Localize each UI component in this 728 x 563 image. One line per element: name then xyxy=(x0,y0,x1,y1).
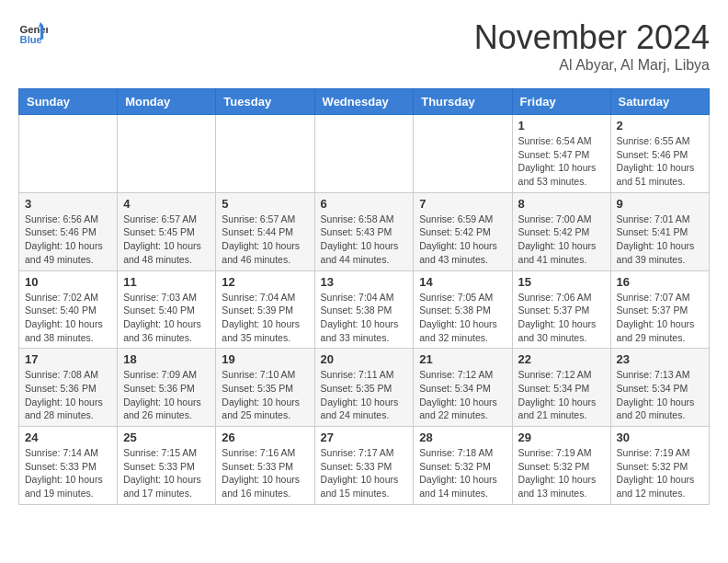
weekday-header: Friday xyxy=(512,89,610,115)
calendar-week-row: 3Sunrise: 6:56 AMSunset: 5:46 PMDaylight… xyxy=(19,192,710,270)
calendar-cell: 10Sunrise: 7:02 AMSunset: 5:40 PMDayligh… xyxy=(19,270,118,349)
day-number: 24 xyxy=(25,431,111,444)
day-info: Sunrise: 7:10 AMSunset: 5:35 PMDaylight:… xyxy=(222,368,308,422)
day-number: 30 xyxy=(617,431,703,444)
day-number: 3 xyxy=(25,197,111,211)
day-info: Sunrise: 6:57 AMSunset: 5:45 PMDaylight:… xyxy=(123,213,210,267)
day-info: Sunrise: 7:08 AMSunset: 5:36 PMDaylight:… xyxy=(25,368,111,422)
calendar-cell: 6Sunrise: 6:58 AMSunset: 5:43 PMDaylight… xyxy=(314,192,414,270)
calendar-week-row: 17Sunrise: 7:08 AMSunset: 5:36 PMDayligh… xyxy=(19,349,710,427)
day-number: 23 xyxy=(617,352,703,366)
day-number: 12 xyxy=(222,275,308,289)
day-number: 5 xyxy=(222,197,308,211)
day-info: Sunrise: 7:09 AMSunset: 5:36 PMDaylight:… xyxy=(123,368,210,422)
day-number: 27 xyxy=(321,431,408,444)
calendar-cell: 13Sunrise: 7:04 AMSunset: 5:38 PMDayligh… xyxy=(314,270,414,349)
day-info: Sunrise: 7:12 AMSunset: 5:34 PMDaylight:… xyxy=(518,368,605,422)
day-number: 6 xyxy=(321,197,408,211)
calendar-cell: 24Sunrise: 7:14 AMSunset: 5:33 PMDayligh… xyxy=(19,427,118,505)
day-number: 28 xyxy=(419,431,506,444)
calendar-cell: 19Sunrise: 7:10 AMSunset: 5:35 PMDayligh… xyxy=(216,349,314,427)
day-info: Sunrise: 7:04 AMSunset: 5:39 PMDaylight:… xyxy=(222,291,308,345)
day-info: Sunrise: 7:13 AMSunset: 5:34 PMDaylight:… xyxy=(617,368,703,422)
weekday-header: Saturday xyxy=(610,89,709,115)
day-number: 19 xyxy=(222,352,308,366)
calendar-week-row: 1Sunrise: 6:54 AMSunset: 5:47 PMDaylight… xyxy=(19,115,710,193)
weekday-header: Monday xyxy=(118,89,216,115)
logo-icon: General Blue xyxy=(18,18,48,48)
day-info: Sunrise: 6:58 AMSunset: 5:43 PMDaylight:… xyxy=(321,213,408,267)
day-number: 22 xyxy=(518,352,605,366)
calendar-cell xyxy=(118,115,216,193)
page-header: General Blue November 2024 Al Abyar, Al … xyxy=(18,18,710,74)
day-number: 13 xyxy=(321,275,408,289)
calendar-cell xyxy=(216,115,314,193)
calendar-header-row: SundayMondayTuesdayWednesdayThursdayFrid… xyxy=(19,89,710,115)
calendar-cell: 28Sunrise: 7:18 AMSunset: 5:32 PMDayligh… xyxy=(414,427,512,505)
day-info: Sunrise: 6:54 AMSunset: 5:47 PMDaylight:… xyxy=(518,134,605,189)
day-info: Sunrise: 7:19 AMSunset: 5:32 PMDaylight:… xyxy=(617,446,703,500)
calendar-cell: 9Sunrise: 7:01 AMSunset: 5:41 PMDaylight… xyxy=(610,192,709,270)
day-number: 16 xyxy=(617,275,703,289)
day-info: Sunrise: 7:11 AMSunset: 5:35 PMDaylight:… xyxy=(321,368,408,422)
calendar-cell: 17Sunrise: 7:08 AMSunset: 5:36 PMDayligh… xyxy=(19,349,118,427)
calendar-cell: 5Sunrise: 6:57 AMSunset: 5:44 PMDaylight… xyxy=(216,192,314,270)
day-number: 10 xyxy=(25,275,111,289)
day-info: Sunrise: 7:05 AMSunset: 5:38 PMDaylight:… xyxy=(419,291,506,345)
logo: General Blue xyxy=(18,18,48,48)
day-info: Sunrise: 6:57 AMSunset: 5:44 PMDaylight:… xyxy=(222,213,308,267)
calendar-table: SundayMondayTuesdayWednesdayThursdayFrid… xyxy=(18,88,710,505)
location: Al Abyar, Al Marj, Libya xyxy=(474,57,710,74)
calendar-cell: 8Sunrise: 7:00 AMSunset: 5:42 PMDaylight… xyxy=(512,192,610,270)
calendar-cell: 29Sunrise: 7:19 AMSunset: 5:32 PMDayligh… xyxy=(512,427,610,505)
day-number: 21 xyxy=(419,352,506,366)
day-info: Sunrise: 6:56 AMSunset: 5:46 PMDaylight:… xyxy=(25,213,111,267)
calendar-cell: 7Sunrise: 6:59 AMSunset: 5:42 PMDaylight… xyxy=(414,192,512,270)
month-title: November 2024 xyxy=(474,18,710,57)
day-info: Sunrise: 7:18 AMSunset: 5:32 PMDaylight:… xyxy=(419,446,506,500)
day-info: Sunrise: 7:02 AMSunset: 5:40 PMDaylight:… xyxy=(25,291,111,345)
day-info: Sunrise: 7:07 AMSunset: 5:37 PMDaylight:… xyxy=(617,291,703,345)
calendar-cell: 12Sunrise: 7:04 AMSunset: 5:39 PMDayligh… xyxy=(216,270,314,349)
calendar-cell: 21Sunrise: 7:12 AMSunset: 5:34 PMDayligh… xyxy=(414,349,512,427)
calendar-cell: 23Sunrise: 7:13 AMSunset: 5:34 PMDayligh… xyxy=(610,349,709,427)
day-number: 29 xyxy=(518,431,605,444)
day-number: 14 xyxy=(419,275,506,289)
weekday-header: Sunday xyxy=(19,89,118,115)
calendar-cell: 25Sunrise: 7:15 AMSunset: 5:33 PMDayligh… xyxy=(118,427,216,505)
calendar-cell: 15Sunrise: 7:06 AMSunset: 5:37 PMDayligh… xyxy=(512,270,610,349)
day-info: Sunrise: 6:55 AMSunset: 5:46 PMDaylight:… xyxy=(617,134,703,189)
day-info: Sunrise: 7:01 AMSunset: 5:41 PMDaylight:… xyxy=(617,213,703,267)
calendar-cell: 14Sunrise: 7:05 AMSunset: 5:38 PMDayligh… xyxy=(414,270,512,349)
calendar-cell: 18Sunrise: 7:09 AMSunset: 5:36 PMDayligh… xyxy=(118,349,216,427)
day-info: Sunrise: 7:03 AMSunset: 5:40 PMDaylight:… xyxy=(123,291,210,345)
title-block: November 2024 Al Abyar, Al Marj, Libya xyxy=(474,18,710,74)
day-number: 20 xyxy=(321,352,408,366)
calendar-cell: 3Sunrise: 6:56 AMSunset: 5:46 PMDaylight… xyxy=(19,192,118,270)
day-number: 25 xyxy=(123,431,210,444)
day-number: 26 xyxy=(222,431,308,444)
calendar-cell: 22Sunrise: 7:12 AMSunset: 5:34 PMDayligh… xyxy=(512,349,610,427)
calendar-cell: 4Sunrise: 6:57 AMSunset: 5:45 PMDaylight… xyxy=(118,192,216,270)
calendar-cell: 1Sunrise: 6:54 AMSunset: 5:47 PMDaylight… xyxy=(512,115,610,193)
calendar-cell: 20Sunrise: 7:11 AMSunset: 5:35 PMDayligh… xyxy=(314,349,414,427)
day-info: Sunrise: 7:16 AMSunset: 5:33 PMDaylight:… xyxy=(222,446,308,500)
day-number: 4 xyxy=(123,197,210,211)
day-info: Sunrise: 7:00 AMSunset: 5:42 PMDaylight:… xyxy=(518,213,605,267)
day-info: Sunrise: 7:04 AMSunset: 5:38 PMDaylight:… xyxy=(321,291,408,345)
day-info: Sunrise: 7:19 AMSunset: 5:32 PMDaylight:… xyxy=(518,446,605,500)
day-info: Sunrise: 6:59 AMSunset: 5:42 PMDaylight:… xyxy=(419,213,506,267)
day-number: 1 xyxy=(518,119,605,132)
calendar-week-row: 10Sunrise: 7:02 AMSunset: 5:40 PMDayligh… xyxy=(19,270,710,349)
calendar-cell: 11Sunrise: 7:03 AMSunset: 5:40 PMDayligh… xyxy=(118,270,216,349)
day-info: Sunrise: 7:06 AMSunset: 5:37 PMDaylight:… xyxy=(518,291,605,345)
day-number: 2 xyxy=(617,119,703,132)
day-number: 9 xyxy=(617,197,703,211)
day-info: Sunrise: 7:15 AMSunset: 5:33 PMDaylight:… xyxy=(123,446,210,500)
day-number: 8 xyxy=(518,197,605,211)
calendar-cell: 16Sunrise: 7:07 AMSunset: 5:37 PMDayligh… xyxy=(610,270,709,349)
calendar-cell: 30Sunrise: 7:19 AMSunset: 5:32 PMDayligh… xyxy=(610,427,709,505)
day-info: Sunrise: 7:17 AMSunset: 5:33 PMDaylight:… xyxy=(321,446,408,500)
calendar-week-row: 24Sunrise: 7:14 AMSunset: 5:33 PMDayligh… xyxy=(19,427,710,505)
day-number: 18 xyxy=(123,352,210,366)
